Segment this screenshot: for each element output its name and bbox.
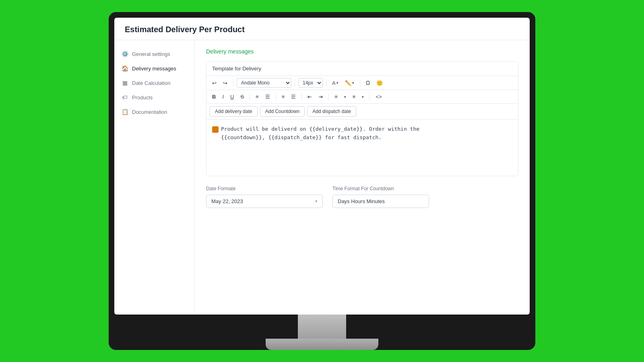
toolbar-row-2: B I U S ≡ ☰ ≡ ☰ ⇤ ⇥ ≡ <box>206 90 518 104</box>
date-format-group: Date Formate May 22, 2023 ▾ <box>206 186 323 208</box>
align-left-button[interactable]: ≡ <box>253 92 261 101</box>
app-header: Estimated Delivery Per Product <box>114 18 530 40</box>
section-title: Delivery messages <box>206 48 518 55</box>
unordered-list-chevron[interactable]: ▾ <box>342 93 349 101</box>
code-button[interactable]: <> <box>373 92 384 101</box>
date-format-chevron-icon: ▾ <box>315 199 318 204</box>
emoji-icon: 🙂 <box>376 80 383 86</box>
toolbar-row-1: ↩ ↪ Andale Mono Arial Times New Roman 14… <box>206 76 518 90</box>
sidebar-item-general-settings[interactable]: ⚙️ General settings <box>114 47 194 61</box>
date-format-value: May 22, 2023 <box>211 198 243 204</box>
font-size-select[interactable]: 14px 12px 16px 18px <box>298 78 323 88</box>
italic-button[interactable]: I <box>220 92 226 101</box>
add-delivery-date-button[interactable]: Add delivery date <box>210 106 258 117</box>
gear-icon: ⚙️ <box>122 51 128 57</box>
sidebar-item-label: Date Calculation <box>132 80 170 86</box>
indent-increase-button[interactable]: ⇥ <box>316 92 325 101</box>
sidebar-item-label: Products <box>132 95 153 101</box>
align-justify-button[interactable]: ≡ <box>279 92 287 101</box>
time-format-input[interactable]: Days Hours Minutes <box>332 195 429 208</box>
emoji-button[interactable]: 🙂 <box>374 78 385 88</box>
strikethrough-button[interactable]: S <box>238 92 246 101</box>
sidebar-item-documentation[interactable]: 📋 Documentation <box>114 105 194 119</box>
app-body: ⚙️ General settings 🏠 Delivery messages … <box>114 40 530 315</box>
template-editor-box: Template for Delivery ↩ ↪ Andale Mono Ar… <box>206 61 518 176</box>
indent-decrease-button[interactable]: ⇤ <box>305 92 314 101</box>
doc-icon: 📋 <box>122 109 128 115</box>
toolbar-divider-2 <box>295 79 295 86</box>
sidebar-item-delivery-messages[interactable]: 🏠 Delivery messages <box>114 61 194 76</box>
add-countdown-button[interactable]: Add Countdown <box>260 106 305 117</box>
editor-area[interactable]: Product will be deliverd on {{delivery_d… <box>206 119 518 176</box>
add-dispatch-date-button[interactable]: Add dispatch date <box>307 106 356 117</box>
sidebar-item-products[interactable]: 🏷 Products <box>114 90 194 105</box>
toolbar-divider-8 <box>328 93 329 101</box>
sidebar-item-label: Delivery messages <box>132 66 176 72</box>
app-title: Estimated Delivery Per Product <box>125 25 519 34</box>
sidebar-item-label: General settings <box>132 51 170 57</box>
toolbar-divider-4 <box>360 79 360 86</box>
undo-button[interactable]: ↩ <box>210 78 219 88</box>
unordered-list-button[interactable]: ≡ <box>332 92 340 101</box>
template-label: Template for Delivery <box>206 62 518 76</box>
editor-content-icon <box>212 126 219 133</box>
calendar-icon: ▦ <box>122 80 128 86</box>
editor-content-line1: Product will be deliverd on {{delivery_d… <box>221 126 419 132</box>
date-format-select[interactable]: May 22, 2023 ▾ <box>206 195 323 208</box>
sidebar-item-date-calculation[interactable]: ▦ Date Calculation <box>114 76 194 90</box>
time-format-value: Days Hours Minutes <box>338 198 385 204</box>
date-format-label: Date Formate <box>206 186 323 191</box>
time-format-group: Time Format For Countdown Days Hours Min… <box>332 186 429 208</box>
toolbar-divider-3 <box>326 79 326 86</box>
toolbar-divider-7 <box>301 93 302 101</box>
underline-button[interactable]: U <box>228 92 236 101</box>
tag-icon: 🏷 <box>122 94 128 101</box>
main-content: Delivery messages Template for Delivery … <box>195 40 530 315</box>
align-center-button[interactable]: ☰ <box>263 92 272 101</box>
text-color-icon: A <box>332 80 336 86</box>
chevron-down-icon: ▾ <box>336 81 339 85</box>
editor-content-line2: {{countdown}}, {{dispatch_date}} for fas… <box>221 134 382 140</box>
toolbar-divider-6 <box>276 93 276 101</box>
redo-button[interactable]: ↪ <box>221 78 230 88</box>
fields-row: Date Formate May 22, 2023 ▾ Time Format … <box>206 186 518 208</box>
omega-icon: Ω <box>366 80 370 86</box>
time-format-label: Time Format For Countdown <box>332 186 429 191</box>
pencil-icon: ✏️ <box>345 80 351 86</box>
bold-button[interactable]: B <box>210 92 218 101</box>
toolbar-divider-9 <box>369 93 370 101</box>
sidebar-item-label: Documentation <box>132 109 167 115</box>
font-family-select[interactable]: Andale Mono Arial Times New Roman <box>237 78 291 88</box>
ordered-list-chevron[interactable]: ▾ <box>359 93 366 101</box>
chevron-down-icon-2: ▾ <box>352 81 354 85</box>
toolbar-divider-5 <box>250 93 250 101</box>
monitor-stand-neck <box>298 315 346 339</box>
monitor-stand-base <box>266 339 378 350</box>
text-color-button[interactable]: A ▾ <box>330 78 341 88</box>
action-row: Add delivery date Add Countdown Add disp… <box>206 104 518 119</box>
sidebar: ⚙️ General settings 🏠 Delivery messages … <box>114 40 195 315</box>
home-icon: 🏠 <box>122 65 128 72</box>
omega-button[interactable]: Ω <box>363 78 372 88</box>
toolbar-divider-1 <box>233 79 233 86</box>
align-right-button[interactable]: ☰ <box>289 92 298 101</box>
ordered-list-button[interactable]: ≡ <box>350 92 358 101</box>
highlight-color-button[interactable]: ✏️ ▾ <box>343 78 357 88</box>
